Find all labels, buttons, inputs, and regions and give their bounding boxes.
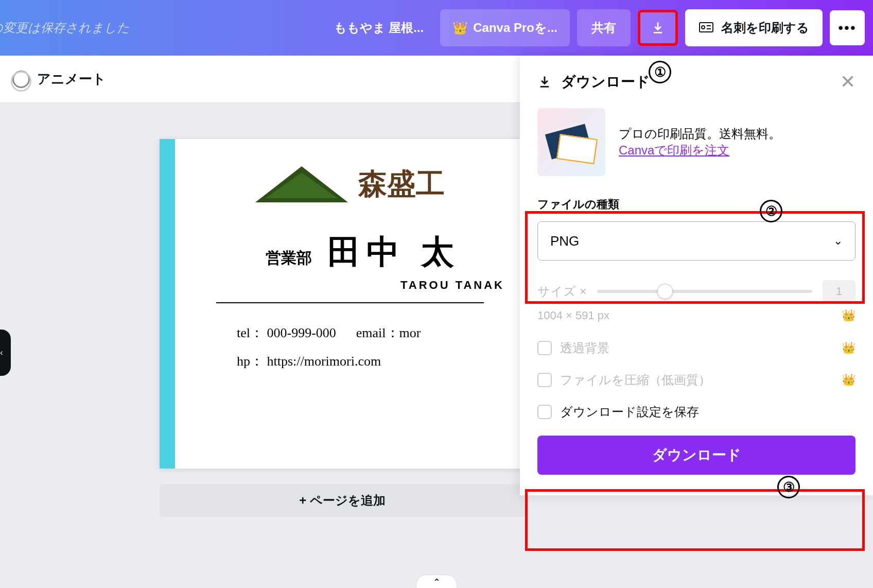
- crown-icon: 👑: [842, 309, 855, 322]
- canva-pro-button[interactable]: 👑 Canva Proを...: [440, 9, 570, 46]
- page-expand-tab[interactable]: ⌃: [416, 575, 457, 588]
- chevron-up-icon: ⌃: [433, 577, 441, 588]
- business-card-design[interactable]: 森盛工 営業部 田中 太 TAROU TANAK tel： 000-999-00…: [160, 139, 525, 469]
- annotation-2: ②: [760, 200, 782, 222]
- option-transparent-row[interactable]: 透過背景 👑: [537, 340, 855, 356]
- card-logo-row: 森盛工: [196, 165, 504, 204]
- crown-icon: 👑: [452, 21, 468, 35]
- email-text: email：mor: [356, 325, 421, 340]
- pro-button-label: Canva Proを...: [473, 20, 557, 36]
- house-logo-icon: [255, 166, 348, 202]
- contact-tel-email: tel： 000-999-000 email：mor: [237, 324, 504, 342]
- print-business-card-button[interactable]: 名刺を印刷する: [685, 9, 823, 46]
- download-panel: ダウンロード ✕ プロの印刷品質。送料無料。 Canvaで印刷を注文 ファイルの…: [520, 56, 873, 495]
- add-page-button[interactable]: + ページを追加: [160, 484, 525, 517]
- tel-text: tel： 000-999-000: [237, 325, 336, 340]
- size-row: サイズ × 1: [537, 280, 855, 303]
- share-button[interactable]: 共有: [577, 9, 631, 46]
- panel-title: ダウンロード: [561, 72, 831, 92]
- chevron-left-icon: ‹: [0, 348, 3, 357]
- option-save-settings-row[interactable]: ダウンロード設定を保存: [537, 404, 855, 420]
- contact-hp: hp： https://morimori.com: [237, 352, 504, 370]
- file-type-label: ファイルの種類: [537, 197, 855, 212]
- department: 営業部: [266, 248, 312, 269]
- close-icon: ✕: [840, 71, 855, 92]
- svg-point-1: [702, 26, 705, 29]
- option-compress-label: ファイルを圧縮（低画質）: [560, 372, 833, 388]
- checkbox-save-settings[interactable]: [537, 405, 552, 419]
- checkbox-compress[interactable]: [537, 373, 552, 387]
- promo-link[interactable]: Canvaで印刷を注文: [619, 142, 781, 159]
- option-save-settings-label: ダウンロード設定を保存: [560, 404, 855, 420]
- print-button-label: 名刺を印刷する: [721, 20, 809, 36]
- saved-status: ての変更は保存されました: [0, 20, 130, 36]
- side-expand-tab[interactable]: ‹: [0, 330, 11, 376]
- dimensions-text: 1004 × 591 px: [537, 309, 609, 322]
- promo-text: プロの印刷品質。送料無料。: [619, 126, 781, 142]
- download-icon: [537, 75, 552, 89]
- size-multiplier[interactable]: 1: [823, 280, 855, 303]
- option-compress-row[interactable]: ファイルを圧縮（低画質） 👑: [537, 372, 855, 388]
- option-transparent-label: 透過背景: [560, 340, 833, 356]
- size-label: サイズ ×: [537, 283, 587, 300]
- download-icon: [651, 21, 665, 35]
- more-menu-button[interactable]: •••: [830, 10, 865, 45]
- size-dimensions-row: 1004 × 591 px 👑: [537, 309, 855, 322]
- file-type-value: PNG: [550, 233, 579, 249]
- download-button-header[interactable]: [638, 10, 678, 46]
- crown-icon: 👑: [842, 341, 855, 355]
- animate-button[interactable]: アニメート: [37, 70, 106, 88]
- name-japanese: 田中 太: [327, 230, 460, 274]
- app-header: ての変更は保存されました ももやま 屋根... 👑 Canva Proを... …: [0, 0, 873, 56]
- chevron-down-icon: ⌄: [833, 234, 843, 248]
- more-icon: •••: [838, 20, 856, 36]
- slider-thumb[interactable]: [657, 284, 673, 299]
- promo-thumbnail: [537, 108, 605, 176]
- company-name: 森盛工: [358, 165, 445, 204]
- print-promo: プロの印刷品質。送料無料。 Canvaで印刷を注文: [537, 108, 855, 176]
- download-submit-button[interactable]: ダウンロード: [537, 436, 855, 475]
- card-accent-bar: [160, 139, 175, 469]
- animate-icon: [12, 71, 30, 88]
- panel-header: ダウンロード ✕: [537, 71, 855, 93]
- annotation-3: ③: [777, 476, 800, 498]
- name-row: 営業部 田中 太: [221, 230, 504, 274]
- crown-icon: 👑: [842, 373, 855, 387]
- checkbox-transparent[interactable]: [537, 341, 552, 355]
- close-button[interactable]: ✕: [840, 71, 855, 93]
- design-title[interactable]: ももやま 屋根...: [325, 20, 433, 36]
- card-icon: [699, 22, 714, 34]
- annotation-1: ①: [649, 61, 671, 83]
- card-content: 森盛工 営業部 田中 太 TAROU TANAK tel： 000-999-00…: [175, 139, 525, 469]
- file-type-dropdown[interactable]: PNG ⌄: [537, 221, 855, 261]
- promo-text-block: プロの印刷品質。送料無料。 Canvaで印刷を注文: [619, 126, 781, 159]
- divider: [216, 302, 484, 303]
- name-english: TAROU TANAK: [350, 279, 504, 292]
- size-slider[interactable]: [597, 290, 812, 293]
